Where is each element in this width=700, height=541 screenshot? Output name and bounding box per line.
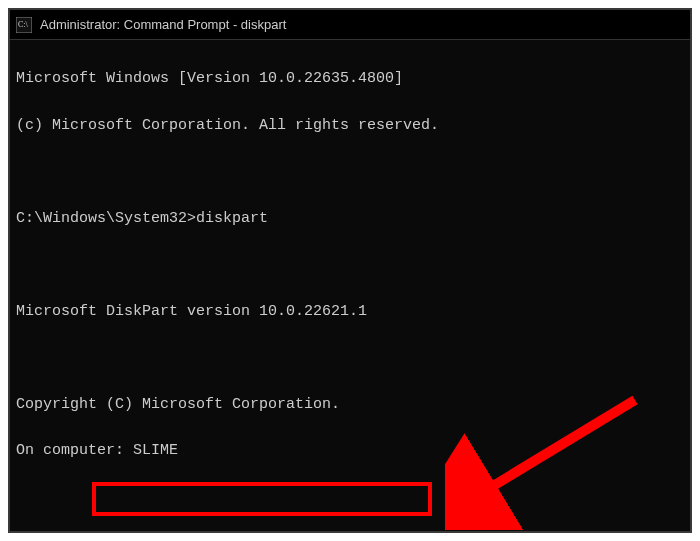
prompt-path: C:\Windows\System32> <box>16 210 196 227</box>
os-copyright-line: (c) Microsoft Corporation. All rights re… <box>16 114 684 137</box>
svg-text:C:\: C:\ <box>18 20 29 29</box>
command-prompt-window: C:\ Administrator: Command Prompt - disk… <box>8 8 692 533</box>
diskpart-copyright-line: Copyright (C) Microsoft Corporation. <box>16 393 684 416</box>
titlebar[interactable]: C:\ Administrator: Command Prompt - disk… <box>10 10 690 40</box>
terminal-output[interactable]: Microsoft Windows [Version 10.0.22635.48… <box>10 40 690 531</box>
prompt-line-1: C:\Windows\System32>diskpart <box>16 207 684 230</box>
os-version-line: Microsoft Windows [Version 10.0.22635.48… <box>16 67 684 90</box>
diskpart-version-line: Microsoft DiskPart version 10.0.22621.1 <box>16 300 684 323</box>
cmd-diskpart: diskpart <box>196 210 268 227</box>
command-prompt-icon: C:\ <box>16 17 32 33</box>
window-title: Administrator: Command Prompt - diskpart <box>40 17 286 32</box>
on-computer-line: On computer: SLIME <box>16 439 684 462</box>
